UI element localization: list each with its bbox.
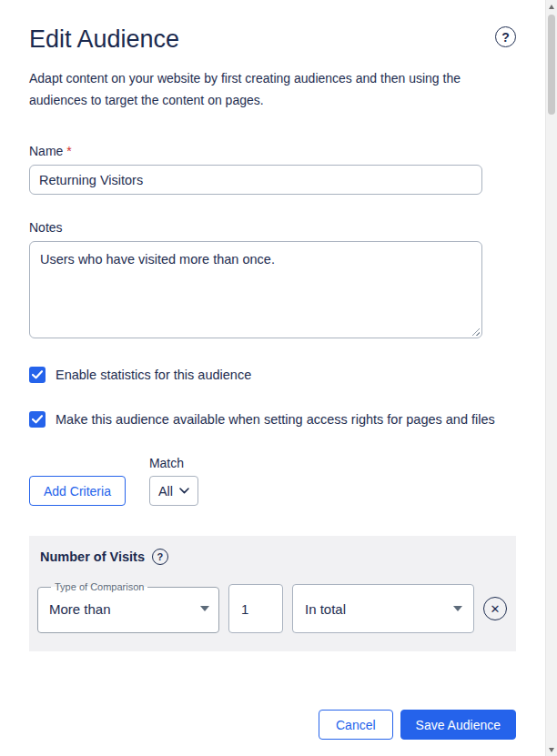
scroll-down-arrow-icon (549, 748, 554, 752)
notes-textarea[interactable]: Users who have visited more than once. (29, 241, 482, 338)
match-select[interactable]: All (149, 476, 198, 506)
comparison-select-label: Type of Comparison (51, 581, 147, 592)
save-audience-button[interactable]: Save Audience (400, 710, 516, 740)
scrollbar-thumb[interactable] (548, 15, 555, 115)
criterion-controls: Type of Comparison More than In total ✕ (37, 581, 508, 633)
checkbox-label: Enable statistics for this audience (56, 368, 251, 382)
name-input[interactable] (29, 165, 482, 195)
unit-select[interactable]: In total (292, 584, 474, 633)
page-title: Edit Audience (29, 24, 179, 55)
checkbox-checked-icon[interactable] (29, 367, 46, 383)
visits-count-input[interactable] (228, 584, 283, 633)
checkbox-access-rights[interactable]: Make this audience available when settin… (29, 411, 516, 428)
match-select-value: All (158, 484, 173, 499)
unit-select-value: In total (305, 601, 346, 617)
help-icon-glyph: ? (501, 30, 510, 45)
cancel-button[interactable]: Cancel (319, 710, 393, 740)
name-field: Name* (29, 144, 516, 195)
comparison-select-inner: More than (49, 592, 209, 625)
add-criteria-button[interactable]: Add Criteria (29, 476, 126, 506)
close-icon: ✕ (491, 603, 501, 615)
remove-criterion-button[interactable]: ✕ (483, 597, 507, 620)
match-group: Match All (149, 456, 198, 506)
criterion-title: Number of Visits (40, 549, 145, 564)
checkbox-label: Make this audience available when settin… (56, 412, 495, 427)
checkmark-icon (32, 415, 43, 424)
dropdown-arrow-icon (453, 606, 462, 611)
checkbox-enable-statistics[interactable]: Enable statistics for this audience (29, 367, 516, 383)
notes-label: Notes (29, 220, 516, 235)
checkmark-icon (32, 370, 43, 379)
footer-actions: Cancel Save Audience (29, 710, 516, 740)
checkbox-checked-icon[interactable] (29, 411, 46, 428)
criterion-help-icon[interactable]: ? (152, 549, 168, 565)
notes-textarea-wrap: Users who have visited more than once. (29, 241, 482, 338)
name-label: Name* (29, 144, 516, 158)
criterion-panel: Number of Visits ? Type of Comparison Mo… (29, 536, 516, 651)
criterion-header: Number of Visits ? (37, 549, 508, 565)
scroll-up-button[interactable] (546, 0, 557, 13)
help-icon-glyph: ? (157, 551, 164, 562)
dropdown-arrow-icon (200, 606, 209, 611)
help-icon[interactable]: ? (495, 26, 516, 47)
scroll-down-button[interactable] (546, 743, 557, 756)
header: Edit Audience ? (29, 24, 516, 55)
match-label: Match (149, 456, 198, 470)
comparison-select-value: More than (49, 601, 111, 617)
criteria-controls: Add Criteria Match All (29, 456, 516, 506)
edit-audience-form: Edit Audience ? Adapt content on your we… (0, 0, 545, 756)
comparison-select[interactable]: Type of Comparison More than (37, 581, 219, 633)
scrollbar[interactable] (545, 0, 557, 756)
notes-field: Notes Users who have visited more than o… (29, 220, 516, 338)
name-label-text: Name (29, 144, 63, 158)
scroll-up-arrow-icon (549, 5, 554, 9)
required-asterisk: * (66, 144, 71, 158)
chevron-down-icon (179, 488, 189, 494)
page-description: Adapt content on your website by first c… (29, 67, 489, 111)
